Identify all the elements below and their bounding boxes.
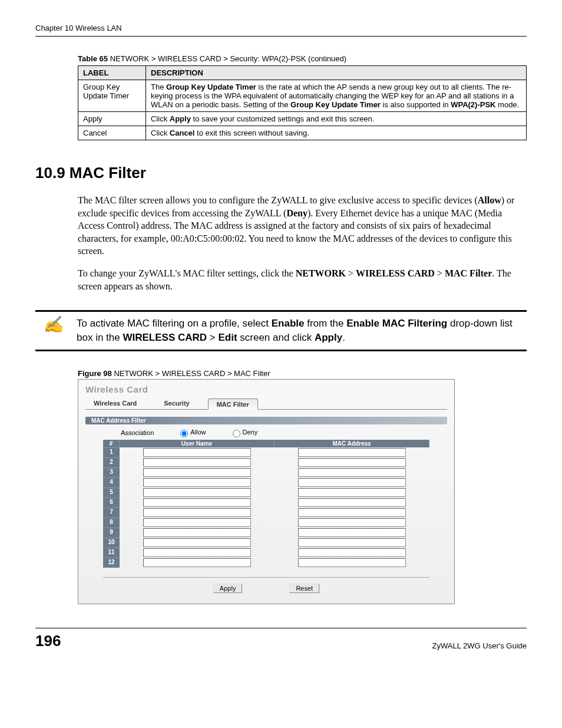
username-input[interactable] [143, 448, 251, 457]
username-input[interactable] [143, 548, 251, 557]
text-bold: Apply [315, 332, 342, 343]
row-number: 8 [103, 518, 120, 528]
mac-input[interactable] [298, 518, 406, 527]
mac-input[interactable] [298, 448, 406, 457]
text-bold: Deny [286, 208, 308, 218]
page-number: 196 [35, 632, 61, 650]
mac-input[interactable] [298, 528, 406, 537]
divider [103, 577, 429, 578]
association-label: Association [121, 429, 154, 436]
table-cell-description: Click Cancel to exit this screen without… [146, 126, 527, 140]
table-header-label: LABEL [78, 66, 146, 80]
text-bold: WIRELESS CARD [356, 268, 435, 278]
tab-wireless-card[interactable]: Wireless Card [85, 398, 145, 409]
tab-mac-filter[interactable]: MAC Filter [208, 398, 258, 410]
username-input[interactable] [143, 468, 251, 477]
text: > [207, 332, 218, 343]
note-text: To activate MAC filtering on a profile, … [71, 317, 527, 345]
table-header-description: DESCRIPTION [146, 66, 527, 80]
username-input[interactable] [143, 488, 251, 497]
tab-security[interactable]: Security [156, 398, 197, 409]
table-row: Group Key Update Timer The Group Key Upd… [78, 80, 527, 112]
text-bold: Enable MAC Filtering [346, 318, 447, 329]
text: from the [304, 318, 346, 329]
grid-header-username: User Name [120, 440, 275, 447]
text-bold: WIRELESS CARD [123, 332, 207, 343]
text: To change your ZyWALL's MAC filter setti… [78, 268, 296, 278]
text: screen and click [237, 332, 315, 343]
reset-button[interactable]: Reset [289, 584, 319, 593]
text-bold: Cancel [170, 129, 195, 137]
section-heading: 10.9 MAC Filter [35, 164, 527, 182]
text: to save your customized settings and exi… [191, 114, 374, 123]
radio-deny-label: Deny [243, 429, 258, 436]
table-caption: Table 65 NETWORK > WIRELESS CARD > Secur… [78, 54, 527, 63]
mac-input[interactable] [298, 508, 406, 517]
text: To activate MAC filtering on a profile, … [77, 318, 272, 329]
text-bold: Enable [272, 318, 305, 329]
mac-input[interactable] [298, 558, 406, 567]
username-input[interactable] [143, 478, 251, 487]
mac-input[interactable] [298, 538, 406, 547]
text-bold: Allow [478, 195, 501, 205]
text-bold: NETWORK [296, 268, 346, 278]
radio-allow-label: Allow [190, 429, 206, 436]
username-input[interactable] [143, 558, 251, 567]
section-bar-mac-address-filter: MAC Address Filter [85, 417, 447, 424]
username-input[interactable] [143, 538, 251, 547]
text: The [151, 83, 166, 91]
mac-input[interactable] [298, 458, 406, 467]
username-input[interactable] [143, 528, 251, 537]
table-header-row: LABEL DESCRIPTION [78, 66, 527, 80]
mac-input[interactable] [298, 548, 406, 557]
username-input[interactable] [143, 498, 251, 507]
note-block: ✍ To activate MAC filtering on a profile… [35, 310, 527, 351]
username-input[interactable] [143, 508, 251, 517]
figure-caption-text: NETWORK > WIRELESS CARD > MAC Filter [112, 369, 270, 378]
row-number: 6 [103, 498, 120, 508]
radio-allow-input[interactable] [180, 430, 188, 437]
text-bold: WPA(2)-PSK [451, 100, 495, 109]
mac-input[interactable] [298, 498, 406, 507]
mac-input[interactable] [298, 468, 406, 477]
settings-table: LABEL DESCRIPTION Group Key Update Timer… [78, 65, 527, 140]
body-paragraph: The MAC filter screen allows you to conf… [78, 194, 527, 258]
text-bold: Group Key Update Timer [166, 83, 256, 91]
text: to exit this screen without saving. [194, 129, 309, 137]
text: is also supported in [381, 100, 451, 109]
text: The MAC filter screen allows you to conf… [78, 195, 478, 205]
row-number: 4 [103, 477, 120, 487]
table-row: Apply Click Apply to save your customize… [78, 112, 527, 126]
tab-bar: Wireless Card Security MAC Filter [85, 398, 447, 409]
row-number: 2 [103, 457, 120, 467]
radio-allow[interactable]: Allow [177, 428, 206, 437]
text: Click [151, 114, 170, 123]
table-cell-label: Apply [78, 112, 146, 126]
row-number: 11 [103, 548, 120, 558]
screenshot-title: Wireless Card [85, 384, 447, 394]
row-number: 9 [103, 528, 120, 538]
guide-name: ZyWALL 2WG User's Guide [432, 641, 527, 650]
text: . [342, 332, 345, 343]
mac-input[interactable] [298, 488, 406, 497]
username-input[interactable] [143, 458, 251, 467]
text-bold: Apply [170, 114, 191, 123]
association-row: Association Allow Deny [85, 424, 447, 440]
text-bold: Group Key Update Timer [290, 100, 381, 109]
text: Click [151, 129, 170, 137]
text-bold: MAC Filter [445, 268, 492, 278]
apply-button[interactable]: Apply [213, 584, 243, 593]
mac-input[interactable] [298, 478, 406, 487]
table-row: Cancel Click Cancel to exit this screen … [78, 126, 527, 140]
mac-filter-screenshot: Wireless Card Wireless Card Security MAC… [78, 379, 455, 604]
figure-caption: Figure 98 NETWORK > WIRELESS CARD > MAC … [78, 369, 527, 378]
radio-deny[interactable]: Deny [230, 428, 258, 437]
username-input[interactable] [143, 518, 251, 527]
mac-filter-grid: # User Name MAC Address 1 2 3 4 5 6 7 8 … [103, 440, 429, 568]
grid-header-mac: MAC Address [275, 440, 429, 447]
table-cell-description: The Group Key Update Timer is the rate a… [146, 80, 527, 112]
row-number: 5 [103, 487, 120, 498]
radio-deny-input[interactable] [233, 430, 240, 437]
note-bar-bottom [35, 350, 527, 351]
figure-caption-number: Figure 98 [78, 369, 112, 378]
